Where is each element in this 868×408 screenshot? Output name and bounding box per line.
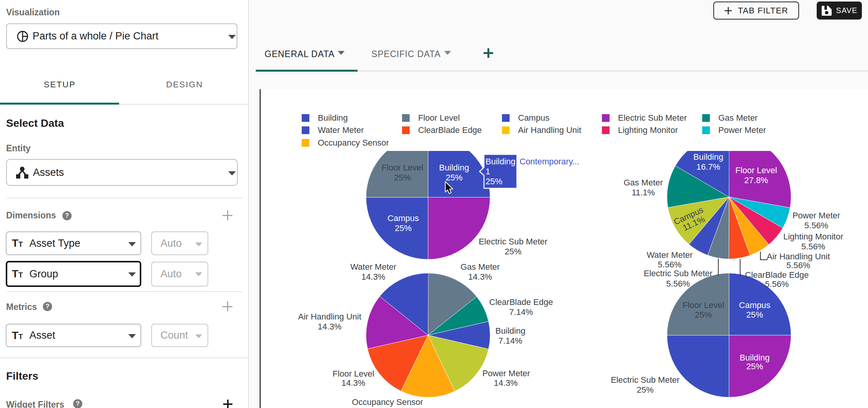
svg-text:5.56%: 5.56% xyxy=(658,260,682,269)
svg-text:25%: 25% xyxy=(746,310,763,320)
svg-text:Gas Meter: Gas Meter xyxy=(461,262,500,272)
svg-text:Building: Building xyxy=(740,353,770,362)
svg-text:25%: 25% xyxy=(505,247,521,256)
svg-text:Building: Building xyxy=(485,157,515,166)
svg-text:Floor Level: Floor Level xyxy=(382,163,423,172)
svg-text:Campus: Campus xyxy=(518,113,549,123)
svg-text:16.7%: 16.7% xyxy=(696,162,720,172)
svg-text:Floor Level: Floor Level xyxy=(736,165,777,175)
svg-text:Air Handling Unit: Air Handling Unit xyxy=(298,312,361,321)
svg-text:ClearBlade Edge: ClearBlade Edge xyxy=(489,297,553,307)
svg-text:5.56%: 5.56% xyxy=(666,279,690,288)
svg-text:25%: 25% xyxy=(485,177,502,186)
svg-text:Electric Sub Meter: Electric Sub Meter xyxy=(644,269,713,278)
svg-text:Electric Sub Meter: Electric Sub Meter xyxy=(479,237,548,246)
svg-text:Building: Building xyxy=(439,163,469,172)
svg-text:14.3%: 14.3% xyxy=(318,322,342,331)
svg-text:5.56%: 5.56% xyxy=(765,279,789,289)
svg-text:14.3%: 14.3% xyxy=(468,272,492,282)
svg-text:1: 1 xyxy=(485,167,490,176)
svg-text:Air Handling Unit: Air Handling Unit xyxy=(518,125,581,135)
svg-text:7.14%: 7.14% xyxy=(509,307,533,317)
svg-text:5.56%: 5.56% xyxy=(786,261,810,270)
svg-text:Electric Sub Meter: Electric Sub Meter xyxy=(611,375,680,385)
svg-text:25%: 25% xyxy=(695,310,712,320)
svg-text:Building: Building xyxy=(318,113,348,123)
svg-text:14.3%: 14.3% xyxy=(494,378,518,388)
svg-text:Power Meter: Power Meter xyxy=(482,369,530,378)
svg-text:25%: 25% xyxy=(746,362,763,371)
svg-text:Water Meter: Water Meter xyxy=(318,125,364,135)
svg-text:Water Meter: Water Meter xyxy=(350,262,396,272)
svg-text:Occupancy Sensor: Occupancy Sensor xyxy=(352,397,423,407)
svg-text:11.1%: 11.1% xyxy=(632,188,655,197)
svg-text:Floor Level: Floor Level xyxy=(683,300,724,310)
svg-text:14.3%: 14.3% xyxy=(342,378,365,388)
svg-text:Lighting Monitor: Lighting Monitor xyxy=(618,125,678,135)
svg-text:Power Meter: Power Meter xyxy=(793,211,840,220)
svg-text:Gas Meter: Gas Meter xyxy=(718,113,758,123)
svg-text:25%: 25% xyxy=(395,223,412,233)
svg-text:27.8%: 27.8% xyxy=(744,175,768,185)
svg-text:Campus: Campus xyxy=(739,300,770,310)
svg-text:Lighting Monitor: Lighting Monitor xyxy=(783,232,843,241)
svg-text:Air Handling Unit: Air Handling Unit xyxy=(767,252,830,261)
svg-text:25%: 25% xyxy=(637,385,654,395)
svg-text:Building: Building xyxy=(495,326,525,336)
svg-text:25%: 25% xyxy=(394,173,411,182)
svg-text:ClearBlade Edge: ClearBlade Edge xyxy=(418,125,482,135)
svg-text:7.14%: 7.14% xyxy=(499,336,522,346)
svg-text:5.56%: 5.56% xyxy=(801,242,825,251)
svg-text:Power Meter: Power Meter xyxy=(718,125,766,135)
svg-text:Water Meter: Water Meter xyxy=(647,250,693,260)
svg-text:5.56%: 5.56% xyxy=(804,221,828,230)
svg-text:Electric Sub Meter: Electric Sub Meter xyxy=(618,113,687,123)
svg-text:Floor Level: Floor Level xyxy=(333,369,374,379)
svg-text:Occupancy Sensor: Occupancy Sensor xyxy=(318,138,389,147)
svg-text:25%: 25% xyxy=(446,173,463,182)
svg-text:ClearBlade Edge: ClearBlade Edge xyxy=(745,270,809,280)
svg-text:14.3%: 14.3% xyxy=(361,272,385,282)
svg-text:Campus: Campus xyxy=(387,213,419,223)
svg-text:Contemporary...: Contemporary... xyxy=(520,157,579,166)
svg-text:Gas Meter: Gas Meter xyxy=(624,178,663,187)
svg-text:Floor Level: Floor Level xyxy=(418,113,460,123)
svg-text:Building: Building xyxy=(693,152,723,162)
